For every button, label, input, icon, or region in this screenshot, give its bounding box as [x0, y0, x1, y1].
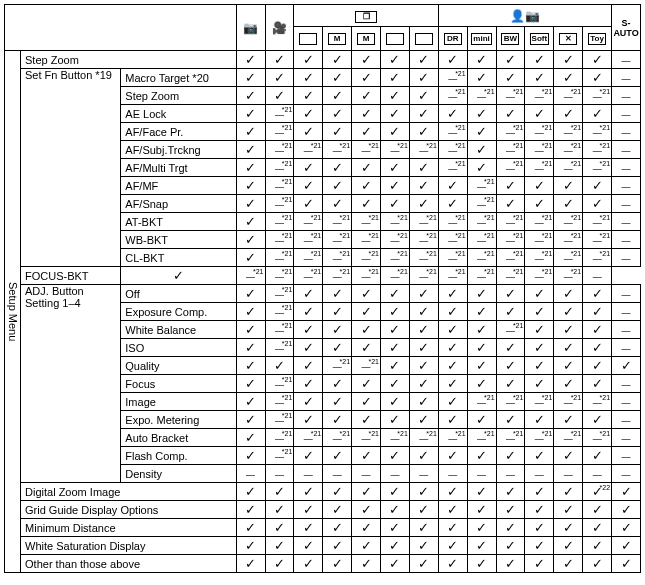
value-cell: ✓: [496, 411, 525, 429]
value-cell: —*21: [381, 213, 410, 231]
value-cell: —*21: [265, 393, 294, 411]
value-cell: ✓: [323, 87, 352, 105]
value-cell: ✓: [294, 411, 323, 429]
value-cell: ✓: [554, 357, 583, 375]
value-cell: ✓: [294, 321, 323, 339]
row-label-b: Flash Comp.: [121, 447, 236, 465]
value-cell: ✓: [381, 501, 410, 519]
value-cell: ✓: [323, 555, 352, 573]
value-cell: ✓: [294, 375, 323, 393]
value-cell: ✓: [381, 393, 410, 411]
value-cell: ✓: [583, 177, 612, 195]
value-cell: —*21: [583, 141, 612, 159]
value-cell: ✓: [554, 501, 583, 519]
value-cell: ✓: [409, 393, 438, 411]
value-cell: ✓: [409, 51, 438, 69]
row-label-b: FOCUS-BKT: [21, 267, 121, 285]
value-cell: ✓: [236, 285, 265, 303]
value-cell: ✓: [612, 357, 641, 375]
value-cell: ✓: [525, 105, 554, 123]
value-cell: ✓: [323, 105, 352, 123]
row-label-a: Other than those above: [21, 555, 237, 573]
value-cell: ✓: [554, 69, 583, 87]
value-cell: —*21: [323, 249, 352, 267]
value-cell: ✓: [323, 321, 352, 339]
value-cell: —: [612, 447, 641, 465]
value-cell: —*21: [467, 213, 496, 231]
value-cell: ✓: [554, 285, 583, 303]
value-cell: ✓: [236, 123, 265, 141]
value-cell: ✓: [352, 159, 381, 177]
value-cell: —*21: [496, 231, 525, 249]
value-cell: ✓: [583, 69, 612, 87]
value-cell: —*21: [496, 393, 525, 411]
value-cell: —*21: [265, 105, 294, 123]
value-cell: —*21: [467, 231, 496, 249]
value-cell: ✓: [381, 357, 410, 375]
value-cell: —*21: [352, 141, 381, 159]
row-label-b: Image: [121, 393, 236, 411]
value-cell: ✓: [554, 105, 583, 123]
value-cell: ✓: [352, 537, 381, 555]
value-cell: ✓: [525, 537, 554, 555]
value-cell: ✓: [323, 303, 352, 321]
value-cell: ✓: [554, 177, 583, 195]
value-cell: ✓: [409, 159, 438, 177]
value-cell: —: [612, 393, 641, 411]
value-cell: ✓: [381, 195, 410, 213]
value-cell: ✓: [236, 519, 265, 537]
value-cell: ✓: [352, 195, 381, 213]
table-row: FOCUS-BKT✓—*21—*21—*21—*21—*21—*21—*21—*…: [5, 267, 641, 285]
value-cell: —*21: [467, 429, 496, 447]
value-cell: —*21: [583, 393, 612, 411]
value-cell: ✓: [236, 375, 265, 393]
value-cell: —*21: [352, 249, 381, 267]
value-cell: —*21: [496, 123, 525, 141]
value-cell: —*21: [323, 429, 352, 447]
value-cell: —*21: [265, 375, 294, 393]
value-cell: —*21: [583, 213, 612, 231]
value-cell: ✓: [409, 285, 438, 303]
value-cell: ✓: [409, 357, 438, 375]
value-cell: ✓: [294, 69, 323, 87]
value-cell: —*21: [381, 267, 410, 285]
value-cell: —*21: [583, 87, 612, 105]
value-cell: —*21: [554, 141, 583, 159]
value-cell: ✓: [583, 303, 612, 321]
value-cell: —*21: [409, 429, 438, 447]
value-cell: ✓: [583, 105, 612, 123]
value-cell: —: [554, 465, 583, 483]
value-cell: ✓: [467, 537, 496, 555]
value-cell: —: [265, 465, 294, 483]
value-cell: —*21: [583, 429, 612, 447]
value-cell: ✓: [438, 393, 467, 411]
value-cell: ✓: [612, 537, 641, 555]
value-cell: —*21: [409, 213, 438, 231]
value-cell: —: [409, 465, 438, 483]
value-cell: ✓: [294, 447, 323, 465]
value-cell: —*21: [265, 339, 294, 357]
value-cell: ✓: [583, 519, 612, 537]
value-cell: —: [352, 465, 381, 483]
value-cell: ✓: [554, 303, 583, 321]
value-cell: ✓: [294, 339, 323, 357]
value-cell: —*21: [525, 141, 554, 159]
value-cell: —*21: [265, 411, 294, 429]
value-cell: —: [612, 123, 641, 141]
value-cell: —*21: [294, 231, 323, 249]
value-cell: —*21: [265, 213, 294, 231]
hdr-s-auto: S-AUTO: [612, 5, 641, 51]
value-cell: —*21: [496, 249, 525, 267]
value-cell: —: [323, 465, 352, 483]
value-cell: ✓: [612, 555, 641, 573]
value-cell: ✓: [438, 375, 467, 393]
value-cell: ✓: [294, 555, 323, 573]
table-row: White Saturation Display✓✓✓✓✓✓✓✓✓✓✓✓✓✓: [5, 537, 641, 555]
value-cell: —*21: [294, 213, 323, 231]
value-cell: ✓: [381, 519, 410, 537]
value-cell: —*21: [554, 249, 583, 267]
value-cell: —*21: [496, 321, 525, 339]
value-cell: —*21: [438, 87, 467, 105]
value-cell: ✓: [496, 195, 525, 213]
value-cell: ✓: [467, 159, 496, 177]
